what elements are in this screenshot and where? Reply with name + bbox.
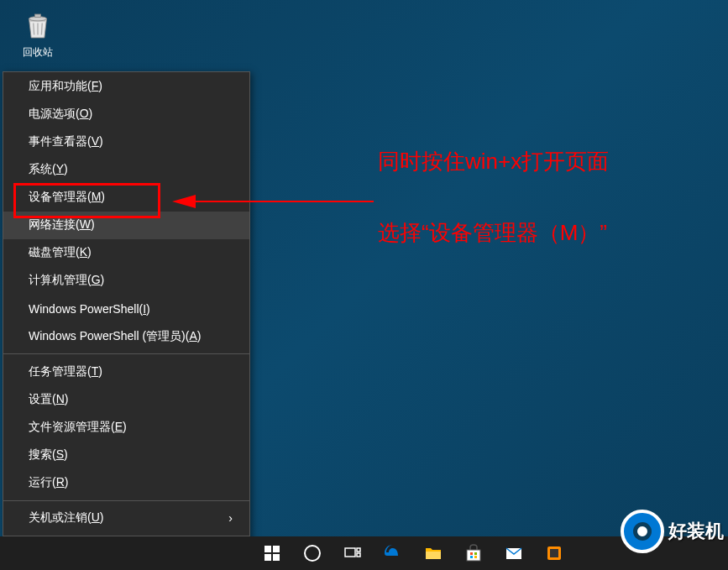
svg-rect-1 <box>35 14 41 18</box>
svg-rect-20 <box>474 556 477 558</box>
menu-power-options[interactable]: 电源选项(O) <box>3 100 249 128</box>
svg-rect-7 <box>264 546 271 552</box>
menu-network-connections[interactable]: 网络连接(W) <box>3 212 249 239</box>
mail-icon <box>504 543 524 563</box>
chevron-right-icon: › <box>228 511 233 525</box>
folder-icon <box>423 543 443 563</box>
menu-computer-management[interactable]: 计算机管理(G) <box>3 267 249 295</box>
svg-line-2 <box>34 24 34 35</box>
menu-powershell[interactable]: Windows PowerShell(I) <box>3 295 249 322</box>
recycle-bin-icon <box>20 8 55 44</box>
taskbar-app[interactable] <box>534 536 574 570</box>
svg-rect-23 <box>550 549 558 557</box>
svg-rect-18 <box>474 552 477 555</box>
annotation-text-1: 同时按住win+x打开页面 <box>378 147 609 176</box>
taskbar-mail[interactable] <box>494 536 534 570</box>
recycle-bin-desktop-icon[interactable]: 回收站 <box>13 8 63 60</box>
svg-rect-12 <box>345 548 355 557</box>
taskbar <box>0 536 728 570</box>
svg-rect-17 <box>470 552 473 555</box>
svg-point-11 <box>305 546 320 561</box>
windows-logo-icon <box>264 546 280 561</box>
menu-apps-features[interactable]: 应用和功能(F) <box>3 72 249 100</box>
taskview-icon <box>343 543 363 563</box>
watermark: 好装机 <box>621 510 724 553</box>
winx-power-menu: 应用和功能(F) 电源选项(O) 事件查看器(V) 系统(Y) 设备管理器(M)… <box>3 71 250 568</box>
taskbar-store[interactable] <box>453 536 494 570</box>
svg-line-4 <box>41 24 42 35</box>
svg-rect-16 <box>467 550 480 561</box>
menu-settings[interactable]: 设置(N) <box>3 385 249 413</box>
svg-rect-15 <box>426 552 441 559</box>
svg-rect-8 <box>273 546 280 552</box>
recycle-bin-label: 回收站 <box>13 45 63 60</box>
taskbar-taskview[interactable] <box>333 536 373 570</box>
menu-system[interactable]: 系统(Y) <box>3 155 249 183</box>
svg-rect-9 <box>264 554 271 561</box>
menu-device-manager[interactable]: 设备管理器(M) <box>3 184 249 212</box>
svg-rect-19 <box>470 556 473 558</box>
watermark-logo-icon <box>621 510 664 553</box>
menu-separator-2 <box>3 500 249 501</box>
watermark-text: 好装机 <box>668 519 724 544</box>
app-icon <box>544 543 564 563</box>
taskbar-edge[interactable] <box>373 536 413 570</box>
menu-task-manager[interactable]: 任务管理器(T) <box>3 358 249 385</box>
start-button[interactable] <box>252 536 292 570</box>
menu-powershell-admin[interactable]: Windows PowerShell (管理员)(A) <box>3 322 249 350</box>
menu-file-explorer[interactable]: 文件资源管理器(E) <box>3 413 249 441</box>
svg-rect-10 <box>273 554 280 561</box>
svg-rect-14 <box>357 553 360 557</box>
menu-event-viewer[interactable]: 事件查看器(V) <box>3 128 249 155</box>
menu-search[interactable]: 搜索(S) <box>3 442 249 469</box>
svg-rect-13 <box>357 548 360 552</box>
taskbar-cortana[interactable] <box>292 536 333 570</box>
store-icon <box>464 543 484 563</box>
menu-disk-management[interactable]: 磁盘管理(K) <box>3 239 249 267</box>
cortana-circle-icon <box>302 543 322 563</box>
menu-separator-1 <box>3 353 249 354</box>
annotation-text-2: 选择“设备管理器（M）” <box>378 218 607 248</box>
menu-shutdown-signout[interactable]: 关机或注销(U) › <box>3 505 249 532</box>
edge-icon <box>383 543 403 563</box>
menu-run[interactable]: 运行(R) <box>3 469 249 497</box>
taskbar-file-explorer[interactable] <box>413 536 453 570</box>
